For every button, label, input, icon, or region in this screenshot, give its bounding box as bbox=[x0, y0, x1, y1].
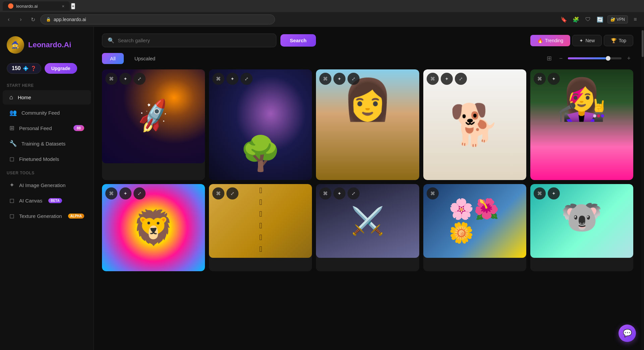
chat-fab-btn[interactable]: 💬 bbox=[619, 325, 636, 342]
logo-avatar: 🧙 bbox=[7, 36, 24, 54]
tabs-row: All Upscaled ⊞ − + bbox=[102, 53, 633, 64]
bookmark-btn[interactable]: 🔖 bbox=[559, 15, 569, 24]
top-icon: 🏆 bbox=[611, 38, 616, 43]
gallery-item-koala[interactable]: ⌘ ✦ bbox=[530, 184, 633, 271]
search-button[interactable]: Search bbox=[280, 34, 316, 47]
remix-btn-woman[interactable]: ⌘ bbox=[319, 73, 331, 85]
gallery-item-dog[interactable]: ⌘ ✦ ⤢ bbox=[423, 69, 526, 180]
alpha-badge: ALPHA bbox=[68, 214, 84, 219]
remix-btn-warrior[interactable]: ⌘ bbox=[319, 187, 331, 199]
forward-btn[interactable]: › bbox=[16, 15, 25, 24]
sidebar-item-ai-image[interactable]: ✦ AI Image Generation bbox=[3, 178, 91, 192]
gallery-item-warrior[interactable]: ⌘ ✦ ⤢ bbox=[316, 184, 419, 271]
zoom-minus-btn[interactable]: − bbox=[556, 54, 566, 63]
top-label: Top bbox=[619, 38, 626, 43]
extensions-btn[interactable]: 🧩 bbox=[571, 15, 581, 24]
new-filter-btn[interactable]: ✦ New bbox=[572, 35, 602, 46]
tab-close-btn[interactable]: × bbox=[62, 4, 64, 9]
new-label: New bbox=[585, 38, 595, 43]
sidebar-item-texture[interactable]: ◻ Texture Generation ALPHA bbox=[3, 209, 91, 223]
sidebar-item-finetuned[interactable]: ◻ Finetuned Models bbox=[3, 152, 91, 166]
grid-view-btn[interactable]: ⊞ bbox=[545, 53, 554, 64]
sidebar-item-community-feed[interactable]: 👥 Community Feed bbox=[3, 105, 91, 120]
new-icon: ✦ bbox=[579, 38, 583, 43]
zoom-plus-btn[interactable]: + bbox=[624, 54, 633, 63]
item-overlay-lion: ⌘ ✦ ⤢ bbox=[102, 184, 205, 271]
gallery-grid: ⌘ ✦ ⤢ ⌘ ✦ ⤢ bbox=[102, 69, 633, 271]
remix-btn-floral[interactable]: ⌘ bbox=[427, 187, 439, 199]
sync-btn[interactable]: 🔄 bbox=[595, 15, 605, 24]
wand-btn-woman[interactable]: ✦ bbox=[333, 73, 345, 85]
remix-btn-lion[interactable]: ⌘ bbox=[105, 187, 117, 199]
gallery-item-woman[interactable]: ⌘ ✦ ⤢ bbox=[316, 69, 419, 180]
scrollbar-thumb[interactable] bbox=[642, 30, 644, 57]
gallery-item-rocket[interactable]: ⌘ ✦ ⤢ bbox=[102, 69, 205, 180]
chat-fab-icon: 💬 bbox=[623, 329, 632, 338]
credits-row: 150 💠 ❓ Upgrade bbox=[0, 60, 94, 79]
remix-btn-pinkgirl[interactable]: ⌘ bbox=[534, 73, 546, 85]
sidebar-item-personal-feed[interactable]: ⊞ Personal Feed 88 bbox=[3, 121, 91, 135]
item-actions-woman: ⌘ ✦ ⤢ bbox=[319, 73, 360, 85]
texture-icon: ◻ bbox=[9, 212, 14, 220]
expand-btn-dog[interactable]: ⤢ bbox=[455, 73, 467, 85]
nav-home-label: Home bbox=[18, 95, 31, 100]
remix-btn-tree[interactable]: ⌘ bbox=[212, 73, 224, 85]
gallery-item-tree[interactable]: ⌘ ✦ ⤢ bbox=[209, 69, 312, 180]
vpn-btn[interactable]: 🔐 VPN bbox=[607, 15, 628, 23]
new-tab-btn[interactable]: + bbox=[71, 3, 75, 9]
gallery-item-hieroglyph[interactable]: ⌘ ⤢ bbox=[209, 184, 312, 271]
search-input-wrap[interactable]: 🔍 bbox=[102, 34, 276, 47]
wand-btn-pinkgirl[interactable]: ✦ bbox=[548, 73, 560, 85]
wand-btn[interactable]: ✦ bbox=[119, 73, 131, 85]
wand-btn-dog[interactable]: ✦ bbox=[441, 73, 453, 85]
gallery-item-pinkgirl[interactable]: ⌘ ✦ bbox=[530, 69, 633, 180]
expand-btn-hieroglyph[interactable]: ⤢ bbox=[226, 187, 238, 199]
expand-btn-lion[interactable]: ⤢ bbox=[133, 187, 146, 199]
upgrade-btn[interactable]: Upgrade bbox=[45, 63, 77, 74]
nav-training-label: Training & Datasets bbox=[21, 141, 65, 147]
reload-btn[interactable]: ↻ bbox=[28, 15, 38, 24]
sidebar-item-ai-canvas[interactable]: ◻ AI Canvas BETA bbox=[3, 193, 91, 208]
wand-btn-warrior[interactable]: ✦ bbox=[333, 187, 345, 199]
expand-btn-tree[interactable]: ⤢ bbox=[240, 73, 253, 85]
trending-filter-btn[interactable]: 🔥 Trending bbox=[530, 35, 571, 46]
top-filter-btn[interactable]: 🏆 Top bbox=[604, 35, 633, 46]
search-input[interactable] bbox=[118, 38, 271, 43]
credits-badge: 150 💠 ❓ bbox=[7, 63, 41, 74]
wand-btn-tree[interactable]: ✦ bbox=[226, 73, 238, 85]
menu-btn[interactable]: ≡ bbox=[631, 15, 640, 24]
browser-chrome: leonardo.ai × + ‹ › ↻ 🔒 app.leonardo.ai … bbox=[0, 0, 644, 27]
search-bar-row: 🔍 Search 🔥 Trending ✦ New 🏆 Top bbox=[102, 34, 633, 47]
scrollbar[interactable] bbox=[641, 27, 644, 350]
sidebar: 🧙 Leonardo.Ai 150 💠 ❓ Upgrade Start Here… bbox=[0, 27, 94, 350]
tab-all[interactable]: All bbox=[102, 53, 124, 64]
sidebar-item-training[interactable]: 🔧 Training & Datasets bbox=[3, 136, 91, 151]
remix-btn-koala[interactable]: ⌘ bbox=[534, 187, 546, 199]
item-actions-floral: ⌘ bbox=[427, 187, 439, 199]
remix-btn[interactable]: ⌘ bbox=[105, 73, 117, 85]
help-icon[interactable]: ❓ bbox=[31, 66, 36, 71]
shield-btn[interactable]: 🛡 bbox=[583, 15, 593, 24]
zoom-slider-track[interactable] bbox=[568, 57, 622, 59]
beta-badge: BETA bbox=[48, 198, 62, 203]
community-icon: 👥 bbox=[9, 109, 17, 116]
trending-label: Trending bbox=[545, 38, 564, 43]
wand-btn-koala[interactable]: ✦ bbox=[548, 187, 560, 199]
gallery-item-lion[interactable]: ⌘ ✦ ⤢ bbox=[102, 184, 205, 271]
nav-texture-label: Texture Generation bbox=[19, 213, 62, 219]
item-actions-koala: ⌘ ✦ bbox=[534, 187, 560, 199]
zoom-slider-thumb[interactable] bbox=[606, 56, 610, 61]
wand-btn-lion[interactable]: ✦ bbox=[119, 187, 131, 199]
remix-btn-hieroglyph[interactable]: ⌘ bbox=[212, 187, 224, 199]
item-overlay-hieroglyph: ⌘ ⤢ bbox=[209, 184, 312, 271]
expand-btn-woman[interactable]: ⤢ bbox=[347, 73, 360, 85]
sidebar-item-home[interactable]: ⌂ Home bbox=[3, 90, 91, 105]
expand-btn-warrior[interactable]: ⤢ bbox=[347, 187, 360, 199]
expand-btn[interactable]: ⤢ bbox=[133, 73, 146, 85]
address-bar[interactable]: 🔒 app.leonardo.ai bbox=[40, 14, 275, 24]
back-btn[interactable]: ‹ bbox=[4, 15, 13, 24]
start-here-label: Start Here bbox=[0, 79, 94, 90]
tab-upscaled[interactable]: Upscaled bbox=[126, 53, 164, 64]
remix-btn-dog[interactable]: ⌘ bbox=[427, 73, 439, 85]
gallery-item-floral[interactable]: ⌘ bbox=[423, 184, 526, 271]
